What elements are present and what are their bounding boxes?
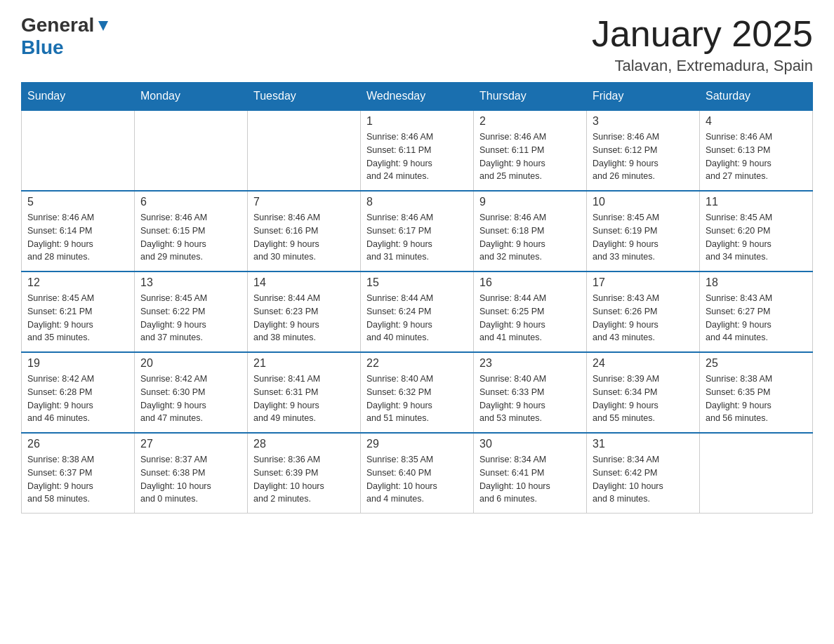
day-number: 7 (253, 196, 355, 208)
day-info: Sunrise: 8:46 AM Sunset: 6:16 PM Dayligh… (253, 211, 355, 264)
day-info: Sunrise: 8:34 AM Sunset: 6:42 PM Dayligh… (593, 453, 694, 506)
table-row: 30Sunrise: 8:34 AM Sunset: 6:41 PM Dayli… (474, 433, 587, 514)
day-info: Sunrise: 8:39 AM Sunset: 6:34 PM Dayligh… (593, 373, 694, 425)
page-header: General Blue January 2025 Talavan, Extre… (21, 14, 813, 75)
day-info: Sunrise: 8:40 AM Sunset: 6:33 PM Dayligh… (479, 373, 581, 425)
calendar-week-row: 26Sunrise: 8:38 AM Sunset: 6:37 PM Dayli… (22, 433, 813, 514)
calendar-header-row: Sunday Monday Tuesday Wednesday Thursday… (22, 83, 813, 111)
col-monday: Monday (135, 83, 248, 111)
day-number: 31 (593, 438, 694, 450)
table-row: 28Sunrise: 8:36 AM Sunset: 6:39 PM Dayli… (248, 433, 361, 514)
table-row: 13Sunrise: 8:45 AM Sunset: 6:22 PM Dayli… (135, 271, 248, 352)
day-info: Sunrise: 8:46 AM Sunset: 6:15 PM Dayligh… (140, 211, 241, 264)
day-number: 14 (253, 276, 355, 289)
day-info: Sunrise: 8:44 AM Sunset: 6:23 PM Dayligh… (253, 292, 355, 344)
day-number: 16 (479, 276, 581, 289)
table-row: 15Sunrise: 8:44 AM Sunset: 6:24 PM Dayli… (361, 271, 474, 352)
table-row: 24Sunrise: 8:39 AM Sunset: 6:34 PM Dayli… (587, 352, 700, 433)
logo-general-text: General (21, 14, 94, 36)
calendar-week-row: 12Sunrise: 8:45 AM Sunset: 6:21 PM Dayli… (22, 271, 813, 352)
table-row: 3Sunrise: 8:46 AM Sunset: 6:12 PM Daylig… (587, 110, 700, 191)
table-row: 2Sunrise: 8:46 AM Sunset: 6:11 PM Daylig… (474, 110, 587, 191)
table-row: 16Sunrise: 8:44 AM Sunset: 6:25 PM Dayli… (474, 271, 587, 352)
table-row: 9Sunrise: 8:46 AM Sunset: 6:18 PM Daylig… (474, 191, 587, 271)
table-row: 29Sunrise: 8:35 AM Sunset: 6:40 PM Dayli… (361, 433, 474, 514)
table-row: 17Sunrise: 8:43 AM Sunset: 6:26 PM Dayli… (587, 271, 700, 352)
day-number: 26 (27, 438, 128, 450)
day-number: 17 (593, 276, 694, 289)
day-info: Sunrise: 8:46 AM Sunset: 6:13 PM Dayligh… (706, 130, 807, 183)
day-number: 2 (479, 115, 581, 128)
title-section: January 2025 Talavan, Extremadura, Spain (592, 14, 813, 75)
day-number: 9 (479, 196, 581, 208)
day-info: Sunrise: 8:46 AM Sunset: 6:11 PM Dayligh… (479, 130, 581, 183)
table-row: 4Sunrise: 8:46 AM Sunset: 6:13 PM Daylig… (700, 110, 813, 191)
day-number: 13 (140, 276, 241, 289)
day-number: 10 (593, 196, 694, 208)
table-row: 20Sunrise: 8:42 AM Sunset: 6:30 PM Dayli… (135, 352, 248, 433)
day-number: 5 (27, 196, 128, 208)
table-row: 31Sunrise: 8:34 AM Sunset: 6:42 PM Dayli… (587, 433, 700, 514)
day-info: Sunrise: 8:45 AM Sunset: 6:19 PM Dayligh… (593, 211, 694, 264)
day-number: 27 (140, 438, 241, 450)
col-friday: Friday (587, 83, 700, 111)
calendar-week-row: 5Sunrise: 8:46 AM Sunset: 6:14 PM Daylig… (22, 191, 813, 271)
day-number: 12 (27, 276, 128, 289)
calendar-title: January 2025 (592, 14, 813, 54)
logo-arrow-icon (95, 18, 111, 34)
table-row: 7Sunrise: 8:46 AM Sunset: 6:16 PM Daylig… (248, 191, 361, 271)
table-row: 12Sunrise: 8:45 AM Sunset: 6:21 PM Dayli… (22, 271, 135, 352)
day-info: Sunrise: 8:40 AM Sunset: 6:32 PM Dayligh… (366, 373, 468, 425)
calendar-week-row: 19Sunrise: 8:42 AM Sunset: 6:28 PM Dayli… (22, 352, 813, 433)
day-info: Sunrise: 8:38 AM Sunset: 6:37 PM Dayligh… (27, 453, 128, 506)
day-info: Sunrise: 8:44 AM Sunset: 6:25 PM Dayligh… (479, 292, 581, 344)
day-info: Sunrise: 8:46 AM Sunset: 6:12 PM Dayligh… (593, 130, 694, 183)
day-number: 28 (253, 438, 355, 450)
day-number: 3 (593, 115, 694, 128)
day-number: 29 (366, 438, 468, 450)
day-info: Sunrise: 8:34 AM Sunset: 6:41 PM Dayligh… (479, 453, 581, 506)
table-row: 26Sunrise: 8:38 AM Sunset: 6:37 PM Dayli… (22, 433, 135, 514)
day-info: Sunrise: 8:46 AM Sunset: 6:18 PM Dayligh… (479, 211, 581, 264)
svg-marker-0 (98, 21, 108, 31)
col-thursday: Thursday (474, 83, 587, 111)
day-number: 22 (366, 357, 468, 370)
table-row: 27Sunrise: 8:37 AM Sunset: 6:38 PM Dayli… (135, 433, 248, 514)
day-info: Sunrise: 8:46 AM Sunset: 6:14 PM Dayligh… (27, 211, 128, 264)
table-row: 22Sunrise: 8:40 AM Sunset: 6:32 PM Dayli… (361, 352, 474, 433)
day-number: 20 (140, 357, 241, 370)
day-info: Sunrise: 8:43 AM Sunset: 6:27 PM Dayligh… (706, 292, 807, 344)
day-number: 15 (366, 276, 468, 289)
day-number: 8 (366, 196, 468, 208)
table-row: 11Sunrise: 8:45 AM Sunset: 6:20 PM Dayli… (700, 191, 813, 271)
table-row: 25Sunrise: 8:38 AM Sunset: 6:35 PM Dayli… (700, 352, 813, 433)
day-number: 19 (27, 357, 128, 370)
day-info: Sunrise: 8:42 AM Sunset: 6:28 PM Dayligh… (27, 373, 128, 425)
table-row (700, 433, 813, 514)
table-row: 18Sunrise: 8:43 AM Sunset: 6:27 PM Dayli… (700, 271, 813, 352)
table-row: 10Sunrise: 8:45 AM Sunset: 6:19 PM Dayli… (587, 191, 700, 271)
table-row: 19Sunrise: 8:42 AM Sunset: 6:28 PM Dayli… (22, 352, 135, 433)
day-info: Sunrise: 8:35 AM Sunset: 6:40 PM Dayligh… (366, 453, 468, 506)
day-number: 25 (706, 357, 807, 370)
table-row: 5Sunrise: 8:46 AM Sunset: 6:14 PM Daylig… (22, 191, 135, 271)
calendar-table: Sunday Monday Tuesday Wednesday Thursday… (21, 82, 813, 514)
day-number: 1 (366, 115, 468, 128)
table-row: 6Sunrise: 8:46 AM Sunset: 6:15 PM Daylig… (135, 191, 248, 271)
day-number: 11 (706, 196, 807, 208)
day-info: Sunrise: 8:45 AM Sunset: 6:20 PM Dayligh… (706, 211, 807, 264)
calendar-subtitle: Talavan, Extremadura, Spain (592, 57, 813, 75)
day-info: Sunrise: 8:46 AM Sunset: 6:17 PM Dayligh… (366, 211, 468, 264)
day-info: Sunrise: 8:37 AM Sunset: 6:38 PM Dayligh… (140, 453, 241, 506)
day-info: Sunrise: 8:44 AM Sunset: 6:24 PM Dayligh… (366, 292, 468, 344)
day-info: Sunrise: 8:42 AM Sunset: 6:30 PM Dayligh… (140, 373, 241, 425)
table-row (22, 110, 135, 191)
day-info: Sunrise: 8:38 AM Sunset: 6:35 PM Dayligh… (706, 373, 807, 425)
day-number: 21 (253, 357, 355, 370)
table-row: 21Sunrise: 8:41 AM Sunset: 6:31 PM Dayli… (248, 352, 361, 433)
calendar-week-row: 1Sunrise: 8:46 AM Sunset: 6:11 PM Daylig… (22, 110, 813, 191)
table-row (248, 110, 361, 191)
table-row: 14Sunrise: 8:44 AM Sunset: 6:23 PM Dayli… (248, 271, 361, 352)
table-row: 1Sunrise: 8:46 AM Sunset: 6:11 PM Daylig… (361, 110, 474, 191)
day-info: Sunrise: 8:45 AM Sunset: 6:22 PM Dayligh… (140, 292, 241, 344)
